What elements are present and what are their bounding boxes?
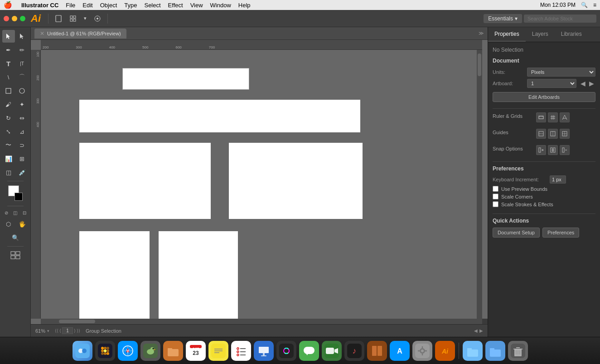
panel-expand-btn[interactable]: ≫ <box>479 30 484 36</box>
scale-tool[interactable]: ⤡ <box>2 125 15 138</box>
ruler-icon-btn[interactable] <box>536 112 546 122</box>
artboard-select[interactable]: 1 <box>527 79 576 88</box>
direct-selection-tool[interactable] <box>16 30 29 43</box>
dock-folder-finder[interactable] <box>163 341 183 361</box>
dock-trash[interactable] <box>508 341 528 361</box>
horizontal-scrollbar[interactable] <box>41 319 482 324</box>
units-select[interactable]: Pixels <box>527 68 595 77</box>
shear-tool[interactable]: ⊿ <box>16 125 29 138</box>
edit-artboards-btn[interactable]: Edit Artboards <box>493 92 595 102</box>
gradient-tool[interactable]: ◫ <box>2 166 15 179</box>
first-page-btn[interactable]: ⟨⟨ <box>55 328 58 333</box>
gradient-box-icon[interactable]: ◫ <box>11 209 19 217</box>
blob-brush-tool[interactable]: ✦ <box>16 98 29 111</box>
column-graph-tool[interactable]: 📊 <box>2 152 15 165</box>
pattern-icon[interactable]: ⊡ <box>20 209 29 217</box>
hand-tool[interactable]: 🖐 <box>16 218 29 230</box>
arc-tool[interactable]: ⌒ <box>16 71 29 83</box>
snap-icon-1[interactable] <box>536 145 546 155</box>
mesh-tool[interactable]: ⊞ <box>16 152 29 165</box>
dock-photos[interactable] <box>276 341 296 361</box>
dock-books[interactable] <box>367 341 387 361</box>
tab-properties[interactable]: Properties <box>488 27 526 42</box>
dock-bird-app[interactable] <box>140 341 160 361</box>
width-tool[interactable]: ⊃ <box>16 139 29 151</box>
reflect-tool[interactable]: ⇔ <box>16 112 29 124</box>
toolbar-arrange[interactable]: ▾ <box>81 15 89 22</box>
menu-edit[interactable]: Edit <box>82 2 92 9</box>
dock-safari[interactable] <box>118 341 138 361</box>
none-icon[interactable]: ⊘ <box>2 209 10 217</box>
next-page-btn[interactable]: ⟩ <box>74 328 76 333</box>
keyboard-increment-input[interactable] <box>550 175 566 184</box>
dock-keynote[interactable] <box>254 341 274 361</box>
artboard-prev-btn[interactable]: ◀ <box>579 80 587 87</box>
minimize-btn[interactable] <box>12 16 17 21</box>
menu-view[interactable]: View <box>190 2 203 9</box>
line-segment-tool[interactable]: \ <box>2 71 15 83</box>
last-page-btn[interactable]: ⟩⟩ <box>77 328 80 333</box>
scroll-left-btn[interactable]: ◀ <box>474 328 478 333</box>
warp-tool[interactable]: 〜 <box>2 139 15 151</box>
perspective-grid-btn[interactable] <box>560 112 570 122</box>
maximize-btn[interactable] <box>20 16 25 21</box>
menu-file[interactable]: File <box>66 2 75 9</box>
dock-finder[interactable] <box>73 341 92 361</box>
apple-menu[interactable]: 🍎 <box>4 1 12 9</box>
canvas-content[interactable]: 200 300 400 500 600 700 100 200 300 400 <box>31 40 488 324</box>
dock-music[interactable]: ♪ <box>344 341 364 361</box>
dock-notes[interactable] <box>208 341 228 361</box>
dock-launchpad[interactable] <box>95 341 115 361</box>
dock-calendar[interactable]: 23OCT <box>186 341 206 361</box>
artboard-panel-tool[interactable] <box>9 249 22 262</box>
dock-folder-2[interactable] <box>485 341 505 361</box>
app-name[interactable]: Illustrator CC <box>21 2 58 9</box>
tab-libraries[interactable]: Libraries <box>555 27 588 42</box>
guide-icon-3[interactable] <box>560 129 570 139</box>
eyedropper-tool[interactable]: 💉 <box>16 166 29 179</box>
background-color[interactable] <box>15 193 23 201</box>
toolbar-target[interactable] <box>91 14 104 23</box>
snap-icon-2[interactable] <box>548 145 558 155</box>
menu-select[interactable]: Select <box>144 2 160 9</box>
essentials-btn[interactable]: Essentials ▾ <box>484 14 522 23</box>
rectangle-tool[interactable] <box>2 84 15 97</box>
rotate-tool[interactable]: ↻ <box>2 112 15 124</box>
use-preview-bounds-checkbox[interactable] <box>493 186 498 192</box>
menu-icon[interactable]: ≡ <box>593 2 596 8</box>
tab-layers[interactable]: Layers <box>526 27 555 42</box>
tab-close-btn[interactable]: ✕ <box>40 30 44 37</box>
artboard-next-btn[interactable]: ▶ <box>588 80 595 87</box>
ellipse-tool[interactable] <box>16 84 29 97</box>
close-btn[interactable] <box>4 16 9 21</box>
menu-object[interactable]: Object <box>100 2 117 9</box>
v-scroll-thumb[interactable] <box>478 53 481 76</box>
guide-icon-2[interactable] <box>548 129 558 139</box>
scale-corners-checkbox[interactable] <box>493 194 498 199</box>
prev-page-btn[interactable]: ⟨ <box>59 328 61 333</box>
preferences-action-btn[interactable]: Preferences <box>542 228 579 238</box>
menu-help[interactable]: Help <box>238 2 251 9</box>
grid-icon-btn[interactable] <box>548 112 558 122</box>
search-icon[interactable]: 🔍 <box>581 2 588 8</box>
dock-illustrator[interactable]: Ai <box>435 341 455 361</box>
touch-type-tool[interactable]: |T <box>16 57 29 70</box>
vertical-scrollbar[interactable] <box>477 40 482 324</box>
dock-messages[interactable] <box>299 341 319 361</box>
dock-system-prefs[interactable] <box>412 341 432 361</box>
stock-search-input[interactable] <box>524 15 596 23</box>
pen-tool[interactable]: ✒ <box>2 44 15 56</box>
dock-app-store[interactable]: A <box>390 341 410 361</box>
zoom-tool[interactable]: 🔍 <box>9 231 22 244</box>
change-screen-mode[interactable]: ⬡ <box>2 218 15 230</box>
guide-icon-1[interactable] <box>536 129 546 139</box>
toolbar-new-doc[interactable] <box>52 14 65 23</box>
scroll-right-btn[interactable]: ▶ <box>479 328 483 333</box>
dock-facetime[interactable] <box>322 341 342 361</box>
document-setup-btn[interactable]: Document Setup <box>493 228 540 238</box>
selection-tool[interactable] <box>2 30 15 43</box>
curvature-tool[interactable]: ✏ <box>16 44 29 56</box>
type-tool[interactable]: T <box>2 57 15 70</box>
h-scroll-thumb[interactable] <box>59 320 95 323</box>
canvas-tab-untitled[interactable]: ✕ Untitled-1 @ 61% (RGB/Preview) <box>34 29 126 39</box>
